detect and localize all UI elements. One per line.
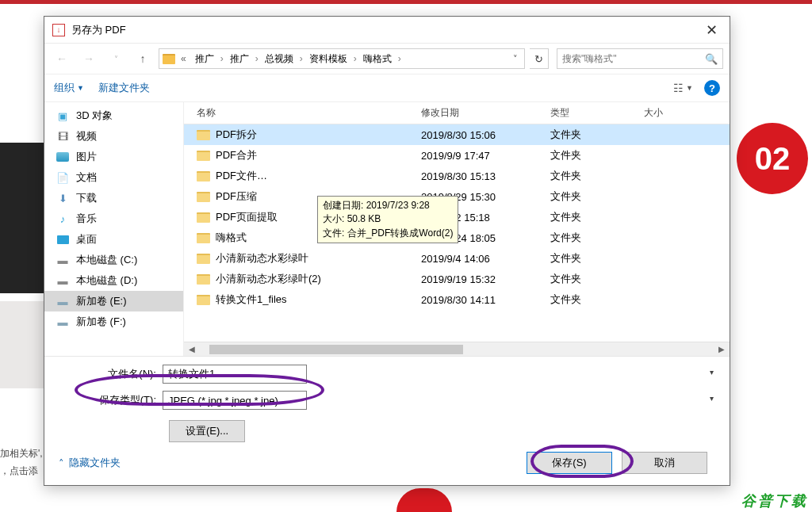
breadcrumb-item[interactable]: 总视频: [262, 52, 297, 66]
scrollbar-thumb[interactable]: [209, 345, 463, 354]
folder-icon: [197, 212, 210, 223]
music-icon: [56, 212, 70, 225]
sidebar-item-disk-c[interactable]: 本地磁盘 (C:): [44, 250, 183, 270]
sidebar-item-desktop[interactable]: 桌面: [44, 229, 183, 250]
folder-icon: [197, 192, 210, 202]
savetype-label: 保存类型(T):: [56, 393, 163, 407]
file-name: 小清新动态水彩绿叶(2): [216, 272, 321, 286]
filename-label: 文件名(N):: [56, 367, 163, 381]
hide-folders-toggle[interactable]: ˄ 隐藏文件夹: [59, 456, 121, 470]
chevron-down-icon[interactable]: ▾: [710, 368, 714, 376]
bg-text: 加相关标', ，点击添: [0, 445, 43, 480]
file-row[interactable]: 小清新动态水彩绿叶(2)2019/9/19 15:32文件夹: [184, 269, 730, 289]
help-button[interactable]: ?: [704, 80, 720, 96]
chevron-down-icon: ▼: [77, 84, 84, 92]
filename-row: 文件名(N): ▾: [56, 365, 718, 384]
file-date: 2019/9/19 15:32: [408, 273, 538, 285]
video-icon: 🎞: [56, 130, 70, 143]
tooltip-line: 文件: 合并_PDF转换成Word(2): [323, 227, 453, 240]
file-name: PDF压缩: [216, 189, 257, 204]
sidebar-item-3d-objects[interactable]: ▣3D 对象: [44, 105, 183, 126]
chevron-up-icon: ˄: [59, 457, 64, 469]
sidebar-item-downloads[interactable]: 下载: [44, 188, 183, 208]
column-header-size[interactable]: 大小: [631, 106, 730, 120]
sidebar-item-disk-f[interactable]: 新加卷 (F:): [44, 311, 183, 332]
file-type: 文件夹: [538, 210, 631, 224]
file-name: PDF文件…: [216, 169, 267, 183]
disk-icon: [56, 254, 70, 266]
column-header-date[interactable]: 修改日期: [408, 106, 538, 120]
recent-dropdown[interactable]: ˅: [105, 48, 127, 69]
breadcrumb-dropdown[interactable]: ˅: [513, 54, 521, 64]
back-button[interactable]: ←: [51, 48, 73, 69]
file-date: 2019/9/4 14:06: [408, 253, 538, 265]
file-type: 文件夹: [538, 148, 631, 162]
file-row[interactable]: PDF合并2019/9/9 17:47文件夹: [184, 145, 730, 166]
picture-icon: [56, 151, 70, 163]
column-header-name[interactable]: 名称: [184, 106, 408, 120]
new-folder-button[interactable]: 新建文件夹: [98, 81, 150, 95]
folder-icon: [197, 233, 210, 243]
scroll-right-icon[interactable]: ▶: [715, 345, 728, 353]
folder-icon: [197, 254, 210, 264]
sidebar-item-disk-e[interactable]: 新加卷 (E:): [44, 291, 183, 311]
filename-input[interactable]: [163, 365, 307, 384]
chevron-right-icon: ›: [398, 53, 401, 64]
tooltip-line: 大小: 50.8 KB: [323, 212, 453, 226]
column-header-type[interactable]: 类型: [538, 106, 631, 120]
file-name: 小清新动态水彩绿叶: [216, 251, 308, 266]
savetype-select[interactable]: [163, 391, 307, 410]
breadcrumb[interactable]: « 推广› 推广› 总视频› 资料模板› 嗨格式› ˅: [159, 48, 525, 69]
file-name: 转换文件1_files: [216, 292, 287, 307]
bg-monitor: [0, 143, 44, 293]
chevron-down-icon[interactable]: ▾: [710, 394, 714, 403]
sidebar-item-disk-d[interactable]: 本地磁盘 (D:): [44, 270, 183, 291]
sidebar-item-videos[interactable]: 🎞视频: [44, 126, 183, 147]
close-button[interactable]: ✕: [693, 17, 730, 44]
sidebar-item-documents[interactable]: 📄文档: [44, 167, 183, 188]
file-tooltip: 创建日期: 2019/7/23 9:28 大小: 50.8 KB 文件: 合并_…: [317, 196, 458, 243]
watermark-text: 谷普下载: [741, 491, 808, 510]
horizontal-scrollbar[interactable]: ◀ ▶: [184, 342, 730, 356]
breadcrumb-item[interactable]: 资料模板: [306, 52, 350, 66]
breadcrumb-item[interactable]: 嗨格式: [360, 52, 395, 66]
chevron-right-icon: ›: [300, 53, 303, 64]
organize-menu[interactable]: 组织 ▼: [54, 81, 84, 95]
chevron-down-icon: ▼: [686, 84, 693, 92]
pdf-app-icon: [52, 24, 65, 36]
save-button[interactable]: 保存(S): [527, 452, 612, 474]
settings-button[interactable]: 设置(E)...: [169, 420, 245, 442]
sidebar-item-music[interactable]: 音乐: [44, 208, 183, 229]
document-icon: 📄: [56, 171, 70, 184]
search-icon[interactable]: 🔍: [705, 53, 718, 65]
scroll-left-icon[interactable]: ◀: [186, 345, 198, 353]
folder-icon: [197, 171, 210, 181]
view-mode-button[interactable]: ☷ ▼: [673, 82, 693, 94]
file-date: 2019/8/30 15:13: [408, 170, 538, 182]
file-date: 2019/9/9 17:47: [408, 150, 538, 162]
breadcrumb-item[interactable]: 推广: [227, 52, 252, 66]
desktop-icon: [56, 233, 70, 246]
file-row[interactable]: 转换文件1_files2019/8/30 14:11文件夹: [184, 289, 730, 310]
form-panel: 文件名(N): ▾ 保存类型(T): ▾ 设置(E)... ˄ 隐藏文件夹 保存…: [44, 356, 730, 485]
titlebar: 另存为 PDF ✕: [44, 17, 730, 44]
sidebar-item-pictures[interactable]: 图片: [44, 147, 183, 167]
file-row[interactable]: PDF文件…2019/8/30 15:13文件夹: [184, 166, 730, 186]
search-box[interactable]: 🔍: [557, 48, 723, 69]
bg-text-line2: ，点击添: [0, 463, 43, 480]
file-row[interactable]: PDF拆分2019/8/30 15:06文件夹: [184, 124, 730, 145]
download-icon: [56, 192, 70, 204]
bg-text-line1: 加相关标',: [0, 445, 43, 463]
refresh-button[interactable]: ↻: [530, 48, 549, 69]
save-as-dialog: 另存为 PDF ✕ ← → ˅ ↑ « 推广› 推广› 总视频› 资料模板› 嗨…: [44, 16, 730, 486]
breadcrumb-item[interactable]: 推广: [192, 52, 217, 66]
nav-row: ← → ˅ ↑ « 推广› 推广› 总视频› 资料模板› 嗨格式› ˅ ↻ 🔍: [44, 44, 730, 74]
file-row[interactable]: 小清新动态水彩绿叶2019/9/4 14:06文件夹: [184, 248, 730, 269]
cancel-button[interactable]: 取消: [622, 452, 707, 474]
forward-button[interactable]: →: [78, 48, 100, 69]
up-button[interactable]: ↑: [132, 48, 154, 69]
search-input[interactable]: [562, 53, 705, 64]
bg-badge-bottom: [396, 488, 452, 512]
breadcrumb-overflow[interactable]: «: [178, 53, 189, 64]
dialog-title: 另存为 PDF: [71, 23, 693, 37]
